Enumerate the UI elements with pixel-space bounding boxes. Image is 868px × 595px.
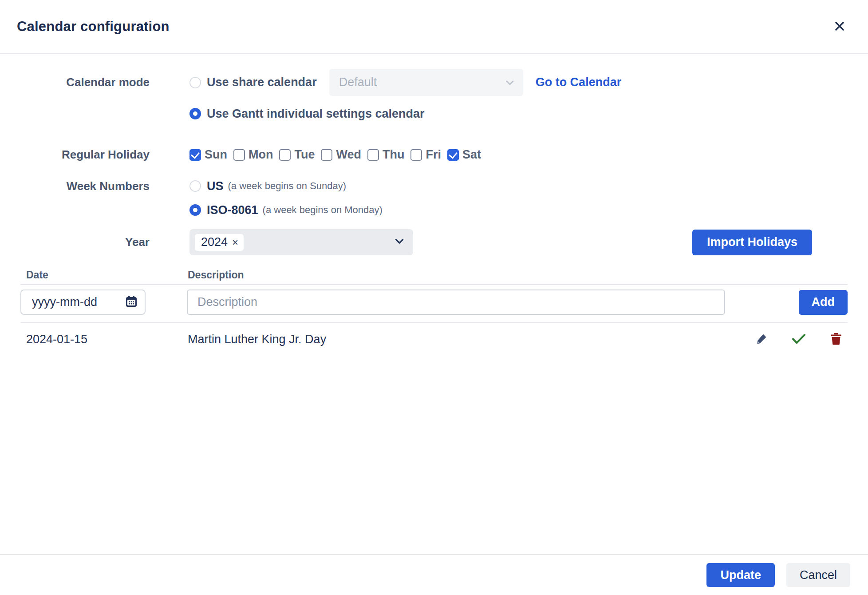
description-column-header: Description <box>187 269 737 281</box>
year-label: Year <box>0 235 150 249</box>
description-input[interactable] <box>187 290 725 315</box>
chevron-down-icon <box>505 75 514 89</box>
week-us-label: US <box>207 179 224 193</box>
day-label: Sat <box>462 148 481 162</box>
close-icon <box>833 20 846 34</box>
cancel-button[interactable]: Cancel <box>786 563 850 587</box>
year-select[interactable]: 2024 × <box>189 229 413 255</box>
use-gantt-calendar-label: Use Gantt individual settings calendar <box>207 107 425 121</box>
use-share-calendar-label: Use share calendar <box>207 75 317 89</box>
add-holiday-row: Add <box>20 285 848 322</box>
year-tag-value: 2024 <box>201 235 228 249</box>
day-sun: Sun <box>189 148 227 162</box>
week-numbers-row: Week Numbers US (a week begins on Sunday… <box>0 177 812 219</box>
table-header-row: Date Description <box>20 266 848 284</box>
close-button[interactable] <box>830 17 849 36</box>
dialog-footer: Update Cancel <box>0 554 868 595</box>
day-wed: Wed <box>321 148 361 162</box>
radio-use-gantt-calendar[interactable] <box>189 108 201 119</box>
day-label: Mon <box>249 148 273 162</box>
share-calendar-select[interactable]: Default <box>329 69 523 96</box>
day-sat: Sat <box>447 148 481 162</box>
day-label: Wed <box>336 148 361 162</box>
holiday-date: 2024-01-15 <box>20 333 187 346</box>
checkbox-wed[interactable] <box>321 149 332 161</box>
week-us-note: (a week begins on Sunday) <box>228 180 347 192</box>
year-tag: 2024 × <box>195 234 244 251</box>
checkbox-mon[interactable] <box>233 149 245 161</box>
import-holidays-button[interactable]: Import Holidays <box>692 230 812 255</box>
day-label: Sun <box>205 148 227 162</box>
regular-holiday-row: Regular Holiday Sun Mon Tue Wed <box>0 148 812 162</box>
radio-week-iso[interactable] <box>189 204 201 216</box>
day-thu: Thu <box>367 148 404 162</box>
day-label: Tue <box>294 148 315 162</box>
radio-week-us[interactable] <box>189 180 201 192</box>
day-fri: Fri <box>410 148 441 162</box>
date-column-header: Date <box>20 269 187 281</box>
week-iso-label: ISO-8061 <box>207 203 258 217</box>
day-label: Thu <box>383 148 404 162</box>
delete-button[interactable] <box>828 331 844 347</box>
year-row: Year 2024 × Import Holidays <box>0 229 812 255</box>
regular-holiday-label: Regular Holiday <box>0 148 150 162</box>
edit-button[interactable] <box>754 331 769 347</box>
calendar-mode-label: Calendar mode <box>0 69 150 123</box>
dialog-header: Calendar configuration <box>0 0 868 54</box>
day-label: Fri <box>426 148 441 162</box>
go-to-calendar-link[interactable]: Go to Calendar <box>536 75 622 89</box>
calendar-config-form: Calendar mode Use share calendar Default… <box>0 54 868 255</box>
holiday-table: Date Description Add <box>20 266 848 355</box>
checkbox-fri[interactable] <box>410 149 422 161</box>
day-mon: Mon <box>233 148 273 162</box>
pencil-icon <box>755 332 768 347</box>
add-button[interactable]: Add <box>799 290 848 315</box>
radio-use-share-calendar[interactable] <box>189 77 201 88</box>
checkbox-sun[interactable] <box>189 149 201 161</box>
share-calendar-select-value: Default <box>339 75 377 89</box>
week-numbers-label: Week Numbers <box>0 177 150 219</box>
checkbox-sat[interactable] <box>447 149 459 161</box>
regular-holiday-checkbox-group: Sun Mon Tue Wed Thu <box>189 148 812 162</box>
page-title: Calendar configuration <box>17 19 170 35</box>
day-tue: Tue <box>279 148 315 162</box>
week-iso-note: (a week begins on Monday) <box>263 204 383 216</box>
holiday-description: Martin Luther King Jr. Day <box>187 333 737 346</box>
update-button[interactable]: Update <box>706 563 775 587</box>
trash-icon <box>830 332 842 347</box>
checkbox-thu[interactable] <box>367 149 379 161</box>
chevron-down-icon <box>395 238 404 246</box>
date-input[interactable] <box>20 290 146 315</box>
remove-tag-icon[interactable]: × <box>232 237 238 248</box>
table-row: 2024-01-15 Martin Luther King Jr. Day <box>20 323 848 355</box>
checkbox-tue[interactable] <box>279 149 291 161</box>
confirm-button[interactable] <box>791 331 807 347</box>
calendar-mode-row: Calendar mode Use share calendar Default… <box>0 69 812 123</box>
check-icon <box>792 333 806 346</box>
